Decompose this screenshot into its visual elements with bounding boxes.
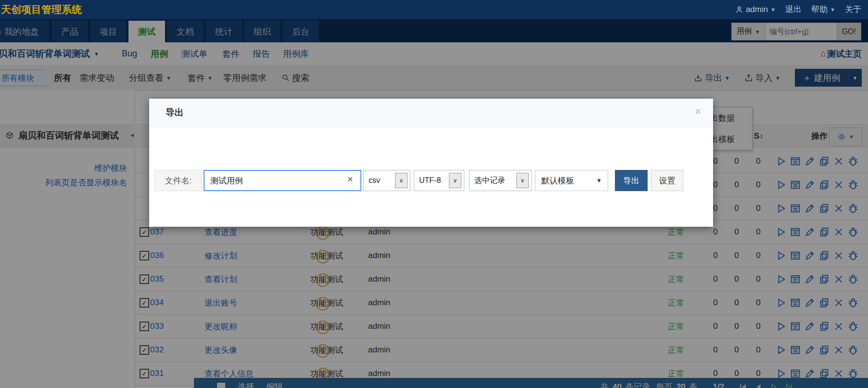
- logout-link[interactable]: 退出: [785, 4, 802, 15]
- template-value: 默认模板: [541, 175, 574, 186]
- modal-settings-button[interactable]: 设置: [651, 170, 683, 191]
- export-modal: 导出 × 文件名: ✕ csv ∨ UTF-8 ∨ 选中记录 ∨ 默认模板 ▼ …: [149, 99, 713, 227]
- record-scope-value: 选中记录: [474, 176, 505, 186]
- template-picker[interactable]: 默认模板 ▼: [535, 170, 608, 191]
- modal-header: [149, 99, 713, 127]
- user-icon: [735, 5, 743, 13]
- modal-title: 导出: [166, 99, 184, 127]
- user-menu-admin[interactable]: admin ▼: [735, 5, 776, 14]
- user-menu: admin ▼ 退出 帮助 ▼ 关于: [735, 4, 861, 15]
- clear-input-icon[interactable]: ✕: [347, 176, 353, 183]
- app-title: 天创项目管理系统: [1, 3, 82, 16]
- chevron-down-icon: ▼: [770, 7, 776, 13]
- select-arrow-icon: ∨: [395, 173, 408, 188]
- about-link[interactable]: 关于: [845, 4, 861, 15]
- close-icon[interactable]: ×: [695, 106, 701, 117]
- chevron-down-icon: ▼: [830, 7, 835, 13]
- chevron-down-icon: ▼: [596, 177, 602, 184]
- app-window: 天创项目管理系统 admin ▼ 退出 帮助 ▼ 关于 ⌂ 我的地盘 产品 项目…: [0, 0, 868, 388]
- select-arrow-icon: ∨: [516, 173, 529, 188]
- filename-input[interactable]: [204, 170, 361, 191]
- select-arrow-icon: ∨: [449, 173, 461, 188]
- filename-label: 文件名:: [154, 170, 202, 191]
- encoding-select[interactable]: UTF-8 ∨: [414, 170, 464, 191]
- modal-export-button[interactable]: 导出: [615, 170, 648, 191]
- record-scope-select[interactable]: 选中记录 ∨: [469, 170, 532, 191]
- format-value: csv: [369, 176, 380, 185]
- encoding-value: UTF-8: [419, 176, 441, 185]
- format-select[interactable]: csv ∨: [363, 170, 410, 191]
- help-label: 帮助: [811, 4, 828, 15]
- user-name: admin: [746, 5, 768, 14]
- help-menu[interactable]: 帮助 ▼: [811, 4, 835, 15]
